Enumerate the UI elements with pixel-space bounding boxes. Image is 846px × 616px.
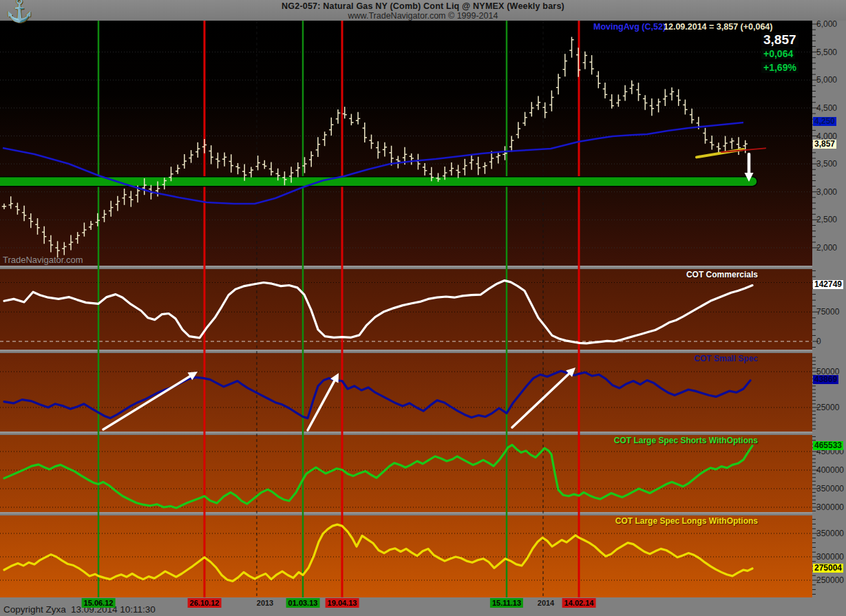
axis-tick-label: 250000 <box>816 576 844 584</box>
axis-tick-label: 5,000 <box>816 76 837 84</box>
chart-title: NG2-057: Natural Gas NY (Comb) Cont Liq … <box>0 0 846 11</box>
anchor-emblem-icon: ⚓ <box>6 0 33 23</box>
date-axis-label: 01.03.13 <box>286 598 320 608</box>
axis-tick-label: 400000 <box>816 466 844 474</box>
date-axis-label: 15.06.12 <box>82 598 116 608</box>
axis-value-badge: 43869 <box>813 375 838 384</box>
price-change-percent: +1,69% <box>761 62 799 73</box>
axis-tick-label: 4,500 <box>816 104 837 112</box>
axis-tick-label: 5,500 <box>816 48 837 56</box>
axis-tick-label: 3,000 <box>816 188 837 196</box>
date-axis-label: 15.11.13 <box>490 598 523 608</box>
date-axis-label: 14.02.14 <box>562 598 596 608</box>
cot-commercials-label: COT Commercials <box>686 270 758 279</box>
axis-tick-label: 25000 <box>816 403 839 412</box>
axis-value-badge: 465533 <box>813 441 843 450</box>
date-axis-label: 19.04.13 <box>326 598 359 608</box>
cot-large-spec-longs-label: COT Large Spec Longs WithOptions <box>615 516 758 526</box>
axis-tick-label: 3,500 <box>816 160 837 168</box>
copyright-text: Copyright Zyxa <box>3 604 66 615</box>
trade-navigator-window: NG2-057: Natural Gas NY (Comb) Cont Liq … <box>0 0 846 616</box>
axis-value-badge: 3,857 <box>813 140 836 149</box>
cot-small-spec-label: COT Small Spec <box>694 354 758 363</box>
tradenavigator-watermark: TradeNavigator.com <box>3 255 83 265</box>
axis-tick-label: 350000 <box>816 529 844 538</box>
axis-tick-label: 300000 <box>816 553 844 561</box>
axis-value-badge: 142749 <box>813 280 843 289</box>
axis-tick-label: 75000 <box>816 308 839 316</box>
axis-tick-label: 350000 <box>816 485 844 493</box>
axis-value-badge: 4,250 <box>813 117 836 126</box>
axis-tick-label: 2,000 <box>816 244 837 252</box>
date-axis-label: 2014 <box>536 598 556 608</box>
chart-subtitle: www.TradeNavigator.com © 1999-2014 <box>0 11 846 21</box>
axis-tick-label: 300000 <box>816 503 844 511</box>
date-axis-label: 2013 <box>255 598 275 608</box>
axis-tick-label: 6,000 <box>816 20 837 28</box>
date-axis-label: 26.10.12 <box>188 598 222 608</box>
cot-large-spec-shorts-label: COT Large Spec Shorts WithOptions <box>614 436 758 445</box>
last-price: 3,857 <box>761 32 799 47</box>
cursor-value-readout: 12.09.2014 = 3,857 (+0,064) <box>664 22 772 32</box>
price-change: +0,064 <box>761 48 795 59</box>
moving-avg-label: MovingAvg (C,52) <box>593 22 666 32</box>
axis-tick-label: 2,500 <box>816 215 837 224</box>
axis-value-badge: 275004 <box>813 564 843 573</box>
axis-tick-label: 0 <box>816 337 821 346</box>
chart-titlebar: NG2-057: Natural Gas NY (Comb) Cont Liq … <box>0 0 846 21</box>
